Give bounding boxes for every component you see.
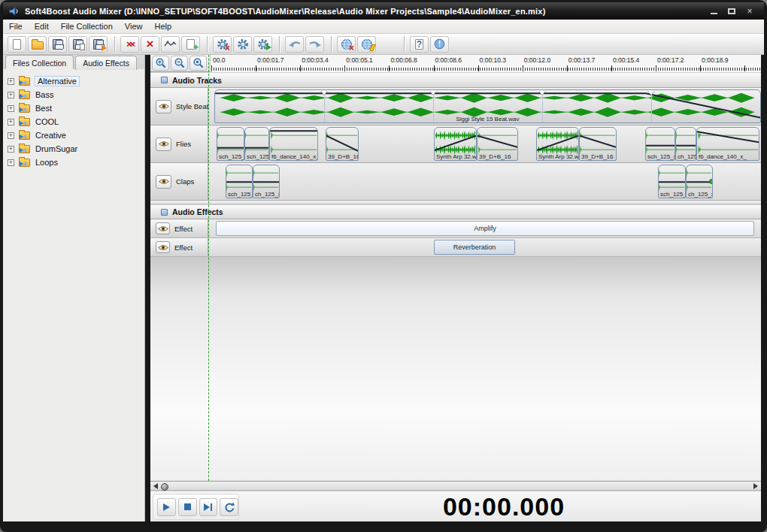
envelope-point[interactable] — [709, 179, 713, 184]
web-offline-button[interactable]: × — [337, 36, 356, 53]
tree-item-loops[interactable]: + Loops — [8, 156, 144, 169]
effect-settings-button[interactable] — [233, 36, 252, 53]
clip-label: sch_125_s — [647, 153, 675, 160]
audio-clip[interactable]: f6_dance_140_x_ — [696, 127, 759, 161]
loop-marker[interactable] — [647, 90, 655, 95]
track-visibility-button[interactable] — [156, 175, 171, 189]
effect-lane[interactable]: Reverberation — [208, 238, 761, 256]
audio-clip[interactable]: Siggi Style 15 Beat.wav — [214, 89, 761, 123]
track-header: Style Beat — [150, 88, 208, 125]
eye-icon — [158, 140, 170, 148]
loop-marker[interactable] — [538, 90, 546, 95]
track-visibility-button[interactable] — [156, 138, 171, 151]
add-to-mix-button[interactable]: + — [181, 36, 200, 53]
play-button[interactable] — [157, 498, 176, 516]
effect-visibility-button[interactable] — [156, 241, 170, 253]
effect-remove-button[interactable]: × — [213, 36, 232, 53]
tab-audio-effects[interactable]: Audio Effects — [75, 56, 137, 70]
expand-icon[interactable]: + — [8, 105, 14, 112]
audio-clip[interactable]: ch_125_d — [675, 127, 696, 161]
track-lane[interactable]: sch_125_x ch_125_x sch_125_x ch_125_x — [208, 163, 761, 200]
track-row-style-beat: Style Beat Siggi Style 15 Beat.wav — [150, 88, 761, 125]
audio-clip[interactable]: ch_125_x — [686, 165, 713, 198]
menu-edit[interactable]: Edit — [29, 20, 55, 32]
close-button[interactable]: × — [744, 8, 755, 15]
about-button[interactable]: ! — [430, 36, 449, 53]
audio-clip[interactable]: Synth Arp 32.wav — [434, 127, 477, 161]
tree-item-alternative[interactable]: + Alternative — [8, 74, 144, 88]
tree-item-best[interactable]: + Best — [8, 101, 144, 115]
effect-lane[interactable]: Amplify — [208, 219, 761, 237]
effect-visibility-button[interactable] — [156, 222, 170, 234]
maximize-button[interactable] — [726, 8, 737, 15]
zoom-fit-button[interactable] — [189, 56, 207, 71]
loop-button[interactable] — [220, 498, 238, 516]
effect-bar-amplify[interactable]: Amplify — [216, 221, 754, 236]
help-button[interactable]: ? — [410, 36, 429, 53]
folder-icon — [19, 118, 30, 126]
minimize-button[interactable] — [708, 8, 719, 15]
go-to-end-button[interactable] — [199, 498, 218, 516]
delete-all-icon: ×× — [126, 38, 133, 50]
audio-clip[interactable]: 39_D+B_16 — [477, 127, 518, 161]
stop-button[interactable] — [178, 498, 197, 516]
mixdown-view-button[interactable] — [161, 36, 180, 53]
open-project-button[interactable] — [28, 36, 47, 53]
effect-apply-button[interactable] — [253, 36, 272, 53]
save-project-export-button[interactable] — [89, 36, 108, 53]
expand-icon[interactable]: + — [8, 92, 14, 98]
track-header: Flies — [150, 125, 208, 162]
audio-clip[interactable]: 39_D+B_16 — [326, 127, 359, 161]
audio-clip[interactable]: Synth Arp 32.wav — [536, 127, 579, 161]
tree-item-creative[interactable]: + Creative — [8, 128, 144, 142]
track-lane[interactable]: sch_125_x sch_125_x f6_dance_140_x_ 39_D… — [208, 125, 761, 162]
track-lane[interactable]: Siggi Style 15 Beat.wav — [208, 88, 761, 125]
horizontal-scrollbar[interactable] — [150, 481, 761, 491]
track-visibility-button[interactable] — [156, 100, 171, 113]
scrollbar-thumb[interactable] — [161, 483, 168, 491]
expand-icon[interactable]: + — [8, 159, 14, 166]
timeline-pane: 00.00:00:01.70:00:03.40:00:05.10:00:06.8… — [150, 55, 761, 521]
tree-item-label: Alternative — [35, 77, 79, 86]
audio-clip[interactable]: f6_dance_140_x_ — [269, 127, 318, 161]
zoom-out-button[interactable] — [171, 56, 188, 71]
web-home-button[interactable] — [357, 36, 376, 53]
tree-item-drumsugar[interactable]: + DrumSugar — [8, 142, 144, 156]
effect-bar-reverberation[interactable]: Reverberation — [434, 240, 515, 255]
menu-file[interactable]: File — [3, 20, 29, 32]
menu-file-collection[interactable]: File Collection — [55, 20, 119, 32]
audio-clip[interactable]: ch_125_x — [253, 165, 280, 198]
scroll-left-arrow[interactable] — [153, 483, 158, 489]
title-bar[interactable]: Soft4Boost Audio Mixer (D:\INNO_SETUP\SO… — [3, 2, 764, 20]
tree-item-cool[interactable]: + COOL — [8, 115, 144, 128]
menu-bar: FileEditFile CollectionViewHelp — [3, 20, 764, 34]
audio-clip[interactable]: sch_125_x — [244, 127, 269, 161]
audio-clip[interactable]: sch_125_s — [645, 127, 675, 161]
audio-clip[interactable]: 39_D+B_16 — [579, 127, 617, 161]
undo-button[interactable] — [285, 36, 304, 53]
new-project-button[interactable] — [8, 36, 26, 53]
loop-marker[interactable] — [320, 90, 328, 95]
menu-help[interactable]: Help — [148, 20, 177, 32]
expand-icon[interactable]: + — [8, 119, 14, 125]
scroll-right-arrow[interactable] — [753, 483, 758, 489]
menu-view[interactable]: View — [119, 20, 149, 32]
expand-icon[interactable]: + — [8, 132, 14, 139]
save-project-button[interactable] — [48, 36, 67, 53]
loop-marker[interactable] — [429, 90, 437, 95]
delete-all-button[interactable]: ×× — [120, 36, 139, 53]
zoom-in-button[interactable] — [152, 56, 169, 71]
expand-icon[interactable]: + — [8, 78, 14, 85]
tab-files-collection[interactable]: Files Collection — [5, 55, 74, 69]
expand-icon[interactable]: + — [8, 146, 14, 153]
audio-clip[interactable]: sch_125_x — [658, 165, 686, 198]
audio-clip[interactable]: sch_125_x — [226, 165, 253, 198]
tree-item-bass[interactable]: + Bass — [8, 88, 144, 101]
section-header-audio-effects: Audio Effects — [150, 204, 761, 219]
audio-clip[interactable]: sch_125_x — [217, 127, 244, 161]
time-ruler[interactable]: 00.00:00:01.70:00:03.40:00:05.10:00:06.8… — [210, 55, 761, 72]
save-project-as-button[interactable] — [68, 36, 87, 53]
clip-label: ch_125_d — [678, 153, 696, 160]
delete-selected-button[interactable]: × — [141, 36, 159, 53]
redo-button[interactable] — [305, 36, 324, 53]
